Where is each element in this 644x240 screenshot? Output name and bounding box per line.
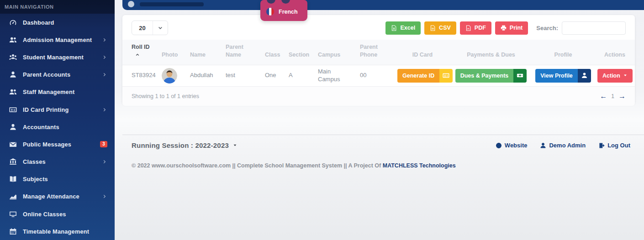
gauge-icon — [9, 19, 17, 26]
column-header-parent-name[interactable]: Parent Name — [223, 40, 262, 65]
students-table-card: 20 Excel CSV PDF Print Search: Roll ID P… — [122, 15, 635, 104]
sidebar-item-subjects[interactable]: Subjects — [0, 171, 115, 188]
sidebar-item-public-messages[interactable]: Public Messages 3 — [0, 136, 115, 153]
pagination-current-page[interactable]: 1 — [611, 93, 614, 99]
column-header-payments-dues[interactable]: Payments & Dues — [450, 40, 532, 65]
sidebar-item-label: Student Management — [23, 54, 84, 61]
column-header-campus[interactable]: Campus — [315, 40, 357, 65]
export-csv-button[interactable]: CSV — [424, 21, 456, 35]
sidebar-item-staff-management[interactable]: Staff Management — [0, 83, 115, 101]
footer-link-demo-admin[interactable]: Demo Admin — [540, 142, 586, 149]
caret-down-icon — [623, 73, 628, 79]
cell-payments: Dues & Payments — [450, 65, 532, 86]
notification-badge: 3 — [100, 141, 107, 147]
dues-payments-button[interactable]: Dues & Payments — [455, 69, 527, 83]
sidebar-header: MAIN NAVIGATION — [0, 0, 115, 14]
footer-link-log-out[interactable]: Log Out — [598, 142, 630, 149]
sidebar-item-manage-attendance[interactable]: Manage Attendance — [0, 188, 115, 205]
sidebar-item-label: Parent Accounts — [23, 71, 70, 78]
search-wrap: Search: — [536, 21, 626, 35]
column-header-id-card[interactable]: ID Card — [395, 40, 450, 65]
chevron-right-icon — [102, 194, 107, 199]
calendar-icon — [9, 228, 17, 235]
generate-id-button[interactable]: Generate ID — [397, 69, 453, 83]
column-header-actions[interactable]: Actions — [595, 40, 635, 65]
caret-down-icon — [233, 143, 237, 147]
running-session-select[interactable]: Running Session : 2022-2023 — [132, 141, 237, 149]
students-table: Roll ID Photo Name Parent Name Class Sec… — [122, 40, 635, 87]
flag-icon[interactable] — [281, 0, 290, 4]
printer-icon — [501, 25, 507, 31]
sidebar-item-accountants[interactable]: Accountants — [0, 118, 115, 136]
envelope-icon — [9, 141, 17, 148]
footer-link-website[interactable]: Website — [496, 142, 528, 149]
sidebar: MAIN NAVIGATION Dashboard Admission Mana… — [0, 0, 115, 240]
chevron-right-icon — [102, 159, 107, 164]
chevron-right-icon — [102, 37, 107, 42]
french-flag-icon — [266, 8, 274, 16]
sidebar-item-label: Subjects — [23, 176, 48, 183]
id-card-icon — [439, 69, 453, 83]
sidebar-item-label: Dashboard — [23, 19, 54, 26]
sidebar-item-label: Public Messages — [23, 141, 71, 148]
copyright: © 2022 www.ourschoolsoftware.com || Comp… — [132, 162, 630, 169]
topbar-title-cutoff — [140, 2, 204, 6]
language-option-french[interactable]: French — [266, 8, 298, 16]
column-header-parent-phone[interactable]: Parent Phone — [357, 40, 395, 65]
students-icon — [9, 53, 17, 61]
cell-section: A — [286, 65, 315, 86]
chevron-right-icon — [102, 107, 107, 112]
sidebar-item-label: Classes — [23, 158, 46, 165]
column-header-name[interactable]: Name — [187, 40, 223, 65]
file-csv-icon — [430, 25, 436, 31]
pagination-prev-icon[interactable]: ← — [600, 93, 607, 100]
column-header-class[interactable]: Class — [262, 40, 286, 65]
search-input[interactable] — [562, 21, 626, 35]
flag-icon[interactable] — [267, 0, 275, 4]
page-size-value: 20 — [132, 21, 153, 35]
cell-campus: Main Campus — [315, 65, 357, 86]
sidebar-item-label: Staff Management — [23, 89, 74, 95]
copyright-text: © 2022 www.ourschoolsoftware.com || Comp… — [132, 162, 383, 169]
running-session-label: Running Session : 2022-2023 — [132, 141, 229, 149]
sidebar-item-parent-accounts[interactable]: Parent Accounts — [0, 66, 115, 83]
export-button-label: CSV — [439, 25, 451, 31]
column-header-section[interactable]: Section — [286, 40, 315, 65]
book-icon — [9, 175, 17, 183]
table-toolbar: 20 Excel CSV PDF Print Search: — [122, 15, 635, 40]
cell-actions: Action — [595, 65, 635, 86]
pagination-next-icon[interactable]: → — [618, 93, 626, 100]
view-profile-button[interactable]: View Profile — [535, 69, 591, 83]
chevron-right-icon — [102, 72, 107, 77]
sidebar-item-online-classes[interactable]: Online Classes — [0, 205, 115, 223]
cell-profile: View Profile — [532, 65, 595, 86]
bank-icon — [9, 158, 17, 166]
users-icon — [9, 88, 17, 96]
sidebar-item-admission-management[interactable]: Admission Management — [0, 31, 115, 48]
export-pdf-button[interactable]: PDF — [460, 21, 491, 35]
export-print-button[interactable]: Print — [495, 21, 528, 35]
sidebar-item-id-card-printing[interactable]: ID Card Printing — [0, 101, 115, 118]
page-size-select[interactable]: 20 — [132, 21, 168, 35]
sidebar-item-label: Timetable Management — [23, 228, 89, 235]
sidebar-item-label: Online Classes — [23, 211, 66, 218]
logout-icon — [598, 142, 605, 149]
export-excel-button[interactable]: Excel — [385, 21, 421, 35]
file-pdf-icon — [465, 25, 471, 31]
sidebar-item-classes[interactable]: Classes — [0, 153, 115, 171]
chart-icon — [9, 193, 17, 200]
export-button-label: Print — [510, 25, 523, 31]
sidebar-item-label: Manage Attendance — [23, 193, 79, 200]
sidebar-item-label: Admission Management — [23, 37, 92, 43]
action-button[interactable]: Action — [597, 69, 633, 83]
column-header-profile[interactable]: Profile — [532, 40, 595, 65]
sidebar-item-timetable-management[interactable]: Timetable Management — [0, 223, 115, 240]
column-header-roll-id[interactable]: Roll ID — [122, 40, 159, 65]
topbar — [122, 0, 644, 10]
cell-class: One — [262, 65, 286, 86]
student-photo[interactable] — [162, 68, 177, 83]
column-header-photo[interactable]: Photo — [159, 40, 187, 65]
sidebar-item-student-management[interactable]: Student Management — [0, 48, 115, 66]
user-icon — [9, 71, 17, 78]
sidebar-item-dashboard[interactable]: Dashboard — [0, 14, 115, 31]
